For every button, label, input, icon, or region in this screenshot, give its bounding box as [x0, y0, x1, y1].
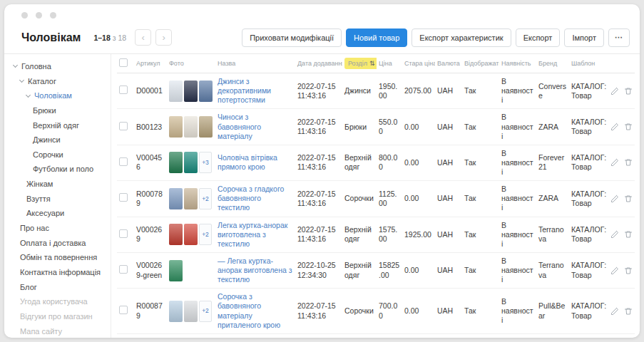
- sidebar-item-label: Мапа сайту: [20, 327, 62, 336]
- sidebar-item-kontaktna-informatsiia[interactable]: Контактна інформація: [4, 265, 111, 280]
- sidebar-item-oplata-i-dostavka[interactable]: Оплата і доставка: [4, 236, 111, 251]
- product-name-link[interactable]: Чиноси з бавовняного матеріалу: [218, 113, 261, 140]
- delete-icon[interactable]: [624, 266, 633, 275]
- row-checkbox-cell: [117, 82, 134, 100]
- row-currency: UAH: [435, 155, 462, 171]
- row-currency: UAH: [435, 83, 462, 99]
- prev-page-button[interactable]: ‹: [135, 29, 151, 46]
- sidebar-item-obmin-ta-povernennia[interactable]: Обмін та повернення: [4, 250, 111, 265]
- more-photos-badge[interactable]: +2: [199, 188, 212, 209]
- export-characteristics-button[interactable]: Експорт характеристик: [412, 28, 511, 47]
- row-template-value: КАТАЛОГ: Товар: [569, 257, 612, 283]
- chevron-down-icon: [19, 78, 24, 83]
- page-header: Чоловікам 1–18з 18 ‹ › Приховати модифік…: [4, 26, 640, 54]
- more-actions-button[interactable]: ⋯: [608, 28, 630, 47]
- edit-icon[interactable]: [610, 266, 619, 275]
- sidebar-item-sorochky[interactable]: Сорочки: [4, 147, 111, 162]
- row-display: Так: [462, 119, 499, 135]
- chevron-down-icon: [13, 63, 18, 68]
- row-checkbox[interactable]: [119, 306, 128, 314]
- more-photos-badge[interactable]: +2: [199, 301, 212, 322]
- products-table: Артикул Фото Назва Дата додавання Розділ…: [111, 54, 640, 338]
- more-photos-badge[interactable]: +3: [199, 152, 212, 173]
- window-minimize-button[interactable]: [36, 12, 42, 19]
- table-row: V000456 +3 Чоловіча вітрівка прямого кро…: [117, 145, 635, 181]
- product-name-link[interactable]: Сорочка з бавовняного матеріалу притален…: [218, 292, 280, 328]
- column-header-article[interactable]: Артикул: [134, 60, 167, 67]
- row-old-price: 1925.00: [402, 227, 435, 243]
- product-photo: [184, 152, 198, 173]
- new-product-button[interactable]: Новий товар: [346, 28, 407, 47]
- delete-icon[interactable]: [624, 158, 633, 167]
- row-time: 11:43:16: [297, 311, 340, 321]
- row-checkbox[interactable]: [119, 193, 128, 202]
- row-display: Так: [462, 155, 499, 171]
- product-name-link[interactable]: Сорочка з гладкого бавовняного текстилю: [218, 185, 284, 212]
- sidebar-item-label: Каталог: [28, 77, 56, 86]
- column-header-price[interactable]: Ціна: [377, 60, 402, 67]
- sidebar-item-vzuttia[interactable]: Взуття: [4, 192, 111, 207]
- edit-icon[interactable]: [610, 230, 619, 239]
- sidebar-item-verkhnii-odiah[interactable]: Верхній одяг: [4, 118, 111, 133]
- export-button[interactable]: Експорт: [516, 28, 561, 47]
- page-title: Чоловікам: [21, 31, 81, 44]
- sidebar-item-bloh[interactable]: Блог: [4, 280, 111, 295]
- product-photo: [184, 224, 198, 245]
- column-header-category[interactable]: Розділ ⇅: [342, 58, 377, 69]
- edit-icon[interactable]: [610, 158, 619, 167]
- sidebar-item-kataloh[interactable]: Каталог: [4, 74, 111, 89]
- select-all-checkbox[interactable]: [119, 58, 128, 67]
- sidebar-item-pro-nas[interactable]: Про нас: [4, 221, 111, 236]
- next-page-button[interactable]: ›: [155, 29, 172, 46]
- delete-icon[interactable]: [624, 195, 633, 203]
- table-row: V000269-green — Легка куртка-анорак виго…: [117, 253, 635, 289]
- row-template-value: КАТАЛОГ: Товар: [569, 222, 612, 247]
- row-old-price: 0.00: [402, 303, 435, 319]
- row-template-value: КАТАЛОГ: Товар: [569, 186, 612, 212]
- delete-icon[interactable]: [624, 87, 633, 95]
- more-photos-badge[interactable]: +2: [199, 224, 212, 245]
- import-button[interactable]: Імпорт: [564, 28, 604, 47]
- sidebar-item-futbolky-i-polo[interactable]: Футболки и поло: [4, 162, 111, 177]
- sidebar-item-aksesuary[interactable]: Аксесуари: [4, 206, 111, 221]
- product-name-link[interactable]: Легка куртка-анорак виготовлена з тексти…: [218, 221, 287, 248]
- delete-icon[interactable]: [624, 307, 633, 316]
- delete-icon[interactable]: [624, 123, 633, 131]
- row-checkbox[interactable]: [119, 265, 128, 274]
- delete-icon[interactable]: [624, 230, 633, 239]
- sidebar-item-dzhynsy[interactable]: Джинси: [4, 133, 111, 147]
- sidebar-item-holovna[interactable]: Головна: [4, 59, 111, 74]
- row-checkbox[interactable]: [119, 229, 128, 238]
- row-name-cell: Чиноси з бавовняного матеріалу: [215, 109, 295, 144]
- sidebar-item-label: Угода користувача: [20, 297, 88, 306]
- window-close-button[interactable]: [21, 12, 28, 19]
- row-old-price: 0.00: [402, 262, 435, 279]
- column-header-old-price[interactable]: Стара ціна: [402, 60, 435, 67]
- window-maximize-button[interactable]: [50, 12, 56, 19]
- sidebar-item-zhinkam[interactable]: Жінкам: [4, 177, 111, 192]
- product-photo: [169, 81, 183, 102]
- sidebar-item-uhoda-korystuvacha[interactable]: Угода користувача: [4, 294, 111, 309]
- edit-icon[interactable]: [610, 307, 619, 316]
- sort-icon[interactable]: ⇅: [369, 60, 375, 67]
- sidebar-item-vidhuky-pro-mahazyn[interactable]: Відгуки про магазин: [4, 309, 111, 324]
- edit-icon[interactable]: [610, 195, 619, 203]
- hide-modifications-button[interactable]: Приховати модифікації: [242, 28, 342, 47]
- row-actions: [612, 227, 635, 242]
- row-currency: UAH: [435, 303, 462, 319]
- row-checkbox[interactable]: [119, 157, 128, 166]
- column-header-name[interactable]: Назва: [215, 60, 295, 67]
- sidebar-item-label: Верхній одяг: [33, 121, 79, 130]
- column-header-date-added[interactable]: Дата додавання: [295, 60, 342, 67]
- edit-icon[interactable]: [610, 87, 619, 95]
- product-name-link[interactable]: Чоловіча вітрівка прямого крою: [218, 153, 277, 171]
- edit-icon[interactable]: [610, 123, 619, 131]
- sidebar-item-cholovikam[interactable]: Чоловікам: [4, 88, 111, 103]
- sidebar-item-mapa-saitu[interactable]: Мапа сайту: [4, 324, 111, 338]
- product-name-link[interactable]: Джинси з декоративними потертостями: [218, 77, 271, 104]
- row-checkbox[interactable]: [119, 86, 128, 94]
- row-checkbox[interactable]: [119, 122, 128, 130]
- ellipsis-icon: ⋯: [615, 33, 623, 41]
- product-name-link[interactable]: — Легка куртка-анорак виготовлена з текс…: [218, 256, 292, 284]
- sidebar-item-briuky[interactable]: Брюки: [4, 103, 111, 118]
